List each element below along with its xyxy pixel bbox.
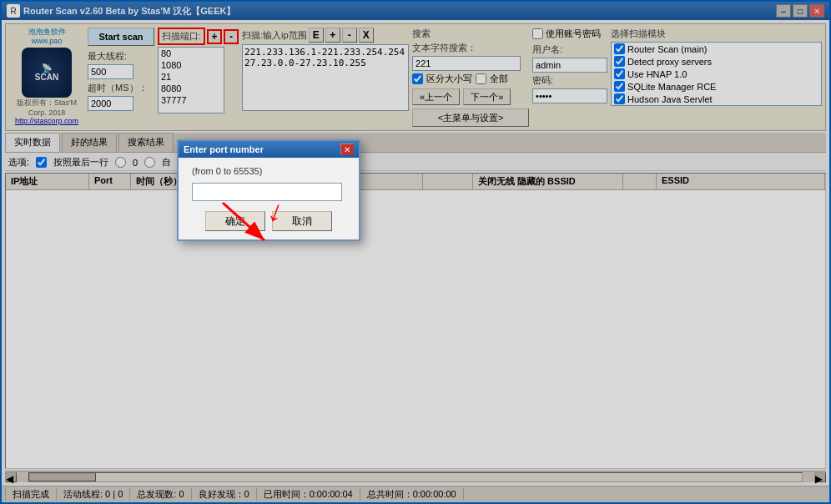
modal-cancel-button[interactable]: 取消	[272, 211, 332, 231]
enter-port-dialog: Enter port number ✕ (from 0 to 65535) 确定…	[177, 139, 360, 241]
modal-body: (from 0 to 65535) 确定 取消	[179, 158, 359, 239]
main-window: R Router Scan v2.60 Beta by Stas'M 汉化【GE…	[0, 0, 831, 504]
modal-hint: (from 0 to 65535)	[192, 166, 345, 176]
modal-confirm-button[interactable]: 确定	[205, 211, 265, 231]
modal-buttons: 确定 取消	[192, 211, 345, 231]
port-number-input[interactable]	[192, 183, 342, 201]
modal-close-button[interactable]: ✕	[340, 144, 354, 155]
modal-title-bar: Enter port number ✕	[179, 141, 359, 158]
modal-overlay: Enter port number ✕ (from 0 to 65535) 确定…	[2, 2, 829, 502]
modal-title: Enter port number	[184, 144, 264, 154]
